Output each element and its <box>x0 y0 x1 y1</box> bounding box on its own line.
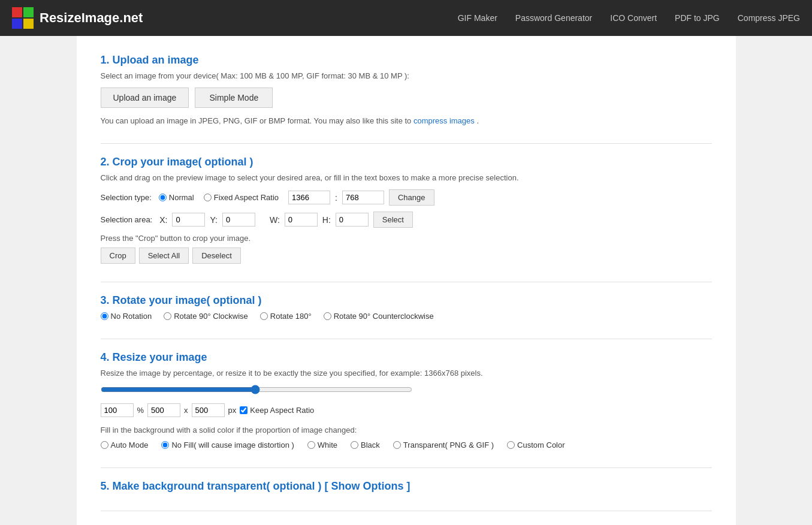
rotate-title: 3. Rotate your image( optional ) <box>101 294 712 307</box>
px-label: px <box>228 406 237 415</box>
keep-aspect-ratio-checkbox[interactable] <box>240 406 247 414</box>
nav-links: GIF Maker Password Generator ICO Convert… <box>458 13 800 23</box>
fill-nofill-label: No Fill( will cause image distortion ) <box>171 440 294 449</box>
crop-height-input[interactable] <box>342 191 384 204</box>
resize-section: 4. Resize your image Resize the image by… <box>101 351 712 449</box>
resize-slider[interactable] <box>101 385 412 394</box>
radio-fixed[interactable] <box>204 194 212 201</box>
resize-height-input[interactable] <box>192 403 225 417</box>
y-label: Y: <box>210 215 217 225</box>
fill-transparent: Transparent( PNG & GIF ) <box>393 440 494 449</box>
rotate-section: 3. Rotate your image( optional ) No Rota… <box>101 294 712 321</box>
nav-password-generator[interactable]: Password Generator <box>515 13 592 23</box>
fill-auto: Auto Mode <box>101 440 149 449</box>
rotate-180-label: Rotate 180° <box>270 312 312 321</box>
radio-rotate-180[interactable] <box>260 312 268 320</box>
fill-white-label: White <box>318 440 337 449</box>
crop-button[interactable]: Crop <box>101 248 135 264</box>
fill-custom: Custom Color <box>507 440 565 449</box>
radio-rotate-90ccw[interactable] <box>324 312 331 320</box>
h-label: H: <box>322 215 331 225</box>
transparent-section: 5. Make background transparent( optional… <box>101 480 712 493</box>
rotate-options: No Rotation Rotate 90° Clockwise Rotate … <box>101 312 712 321</box>
fill-black: Black <box>351 440 380 449</box>
w-label: W: <box>270 215 280 225</box>
compress-images-link[interactable]: compress images <box>413 116 475 125</box>
percent-sign: % <box>137 406 144 415</box>
fill-custom-label: Custom Color <box>517 440 565 449</box>
resize-desc: Resize the image by percentage, or resiz… <box>101 369 712 378</box>
radio-fill-custom[interactable] <box>507 441 515 449</box>
upload-note-end: . <box>476 116 479 125</box>
radio-fill-nofill[interactable] <box>161 441 169 449</box>
radio-fill-black[interactable] <box>351 441 358 449</box>
resize-slider-container <box>101 385 712 396</box>
radio-rotate-90cw[interactable] <box>164 312 171 320</box>
crop-colon: : <box>335 193 337 203</box>
radio-normal-group: Normal <box>159 193 194 202</box>
main-content: 1. Upload an image Select an image from … <box>77 36 736 525</box>
h-input[interactable] <box>336 213 369 227</box>
y-input[interactable] <box>222 213 255 227</box>
fill-label: Fill in the background with a solid colo… <box>101 426 712 435</box>
logo-area: ResizeImage.net <box>12 7 143 29</box>
fill-nofill: No Fill( will cause image distortion ) <box>161 440 294 449</box>
rotate-90ccw: Rotate 90° Counterclockwise <box>324 312 434 321</box>
crop-width-input[interactable] <box>288 191 330 204</box>
selection-area-row: Selection area: X: Y: W: H: Select <box>101 212 712 228</box>
x-input[interactable] <box>172 213 205 227</box>
crop-desc: Click and drag on the preview image to s… <box>101 173 712 182</box>
rotate-90cw-label: Rotate 90° Clockwise <box>174 312 248 321</box>
rotate-90ccw-label: Rotate 90° Counterclockwise <box>334 312 434 321</box>
radio-fill-white[interactable] <box>307 441 315 449</box>
transparent-title: 5. Make background transparent( optional… <box>101 480 712 493</box>
upload-image-button[interactable]: Upload an image <box>101 88 189 108</box>
nav-pdf-to-jpg[interactable]: PDF to JPG <box>675 13 720 23</box>
upload-title: 1. Upload an image <box>101 54 712 67</box>
keep-aspect-ratio-text: Keep Aspect Ratio <box>250 406 314 415</box>
fill-black-label: Black <box>361 440 380 449</box>
select-button[interactable]: Select <box>373 212 413 228</box>
change-button[interactable]: Change <box>389 189 434 206</box>
fill-transparent-label: Transparent( PNG & GIF ) <box>403 440 494 449</box>
resize-x-separator: x <box>184 406 188 415</box>
resize-inputs: % x px Keep Aspect Ratio <box>101 403 712 417</box>
resize-title: 4. Resize your image <box>101 351 712 364</box>
radio-no-rotation[interactable] <box>101 312 108 320</box>
rotate-90cw: Rotate 90° Clockwise <box>164 312 248 321</box>
resize-percent-input[interactable] <box>101 403 134 417</box>
w-input[interactable] <box>285 213 318 227</box>
rotate-no-rotation: No Rotation <box>101 312 152 321</box>
selection-area-label: Selection area: <box>101 215 153 224</box>
radio-fixed-label: Fixed Aspect Ratio <box>214 193 279 202</box>
nav-compress-jpeg[interactable]: Compress JPEG <box>738 13 800 23</box>
nav-gif-maker[interactable]: GIF Maker <box>458 13 497 23</box>
logo-text: ResizeImage.net <box>40 10 143 26</box>
upload-desc: Select an image from your device( Max: 1… <box>101 71 712 80</box>
deselect-button[interactable]: Deselect <box>192 248 241 264</box>
logo-icon <box>12 7 34 29</box>
rotate-no-rotation-label: No Rotation <box>111 312 152 321</box>
radio-normal[interactable] <box>159 194 167 201</box>
radio-fill-auto[interactable] <box>101 441 108 449</box>
selection-type-label: Selection type: <box>101 193 152 202</box>
crop-hint: Press the "Crop" button to crop your ima… <box>101 234 712 243</box>
keep-aspect-ratio-label: Keep Aspect Ratio <box>240 406 314 415</box>
resize-width-input[interactable] <box>147 403 180 417</box>
simple-mode-button[interactable]: Simple Mode <box>195 88 273 108</box>
radio-normal-label: Normal <box>169 193 194 202</box>
rotate-180: Rotate 180° <box>260 312 312 321</box>
upload-section: 1. Upload an image Select an image from … <box>101 54 712 125</box>
radio-fill-transparent[interactable] <box>393 441 401 449</box>
nav-ico-convert[interactable]: ICO Convert <box>610 13 657 23</box>
fill-auto-label: Auto Mode <box>111 440 149 449</box>
selection-type-row: Selection type: Normal Fixed Aspect Rati… <box>101 189 712 206</box>
crop-section: 2. Crop your image( optional ) Click and… <box>101 156 712 264</box>
crop-title: 2. Crop your image( optional ) <box>101 156 712 168</box>
select-all-button[interactable]: Select All <box>139 248 189 264</box>
radio-fixed-group: Fixed Aspect Ratio <box>204 193 279 202</box>
upload-note-text: You can upload an image in JPEG, PNG, GI… <box>101 116 413 125</box>
crop-buttons: Crop Select All Deselect <box>101 248 712 264</box>
fill-options: Auto Mode No Fill( will cause image dist… <box>101 440 712 449</box>
upload-buttons: Upload an image Simple Mode <box>101 88 712 108</box>
